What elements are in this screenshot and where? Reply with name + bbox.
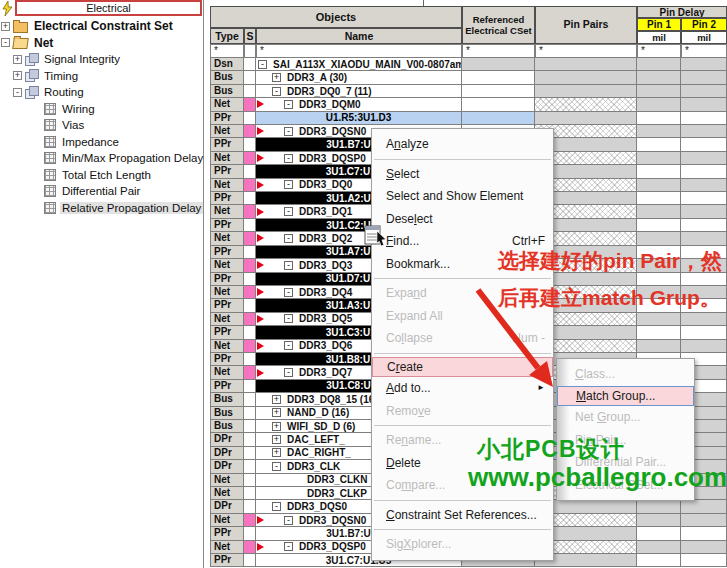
row-type-cell[interactable]: PPr [210,138,244,151]
row-referenced-cset-cell[interactable] [462,71,535,84]
row-select-flag-cell[interactable] [244,474,256,487]
row-pin-pairs-cell[interactable] [535,112,637,125]
row-select-flag-cell[interactable] [244,393,256,406]
row-select-flag-cell[interactable] [244,554,256,567]
row-pin2-cell[interactable] [681,71,727,84]
row-referenced-cset-cell[interactable] [462,85,535,98]
row-pin2-cell[interactable] [681,340,727,353]
row-pin1-cell[interactable] [637,527,681,540]
tree-expand-toggle[interactable]: - [1,38,10,47]
row-pin2-cell[interactable] [681,219,727,232]
filter-s-input[interactable] [244,44,256,58]
row-pin1-cell[interactable] [637,71,681,84]
row-type-cell[interactable]: PPr [210,219,244,232]
tree-item-relative-propagation-delay[interactable]: Relative Propagation Delay [0,200,203,217]
row-pin2-cell[interactable] [681,152,727,165]
row-pin1-cell[interactable] [637,58,681,71]
menu-item-analyze[interactable]: Analyze [372,133,553,156]
table-row[interactable]: Dsn - SAI_A113X_XIAODU_MAIN_V00-0807am [210,58,727,71]
filter-pin-pairs-input[interactable]: * [535,44,637,58]
row-select-flag-cell[interactable] [244,460,256,473]
row-select-flag-cell[interactable] [244,273,256,286]
row-type-cell[interactable]: DPr [210,433,244,446]
expand-toggle[interactable]: - [272,87,281,96]
expand-toggle[interactable]: - [284,516,293,525]
row-type-cell[interactable]: Net [210,98,244,111]
expand-toggle[interactable]: + [272,73,281,82]
tree-item-impedance[interactable]: Impedance [0,134,203,151]
row-pin1-cell[interactable] [637,179,681,192]
row-select-flag-cell[interactable] [244,380,256,393]
row-pin2-cell[interactable] [681,205,727,218]
row-pin1-cell[interactable] [637,541,681,554]
tree-item-routing[interactable]: - Routing [0,84,203,101]
row-pin-pairs-cell[interactable] [535,85,637,98]
row-type-cell[interactable]: DPr [210,500,244,513]
expand-toggle[interactable]: + [272,448,281,457]
tree-expand-toggle[interactable]: - [13,88,22,97]
row-pin2-cell[interactable] [681,112,727,125]
row-type-cell[interactable]: DPr [210,447,244,460]
filter-name-input[interactable]: * [256,44,462,58]
row-select-flag-cell[interactable] [244,112,256,125]
tree-item-net[interactable]: - Net [0,35,203,52]
row-pin1-cell[interactable] [637,500,681,513]
row-pin-pairs-cell[interactable] [535,58,637,71]
row-pin2-cell[interactable] [681,85,727,98]
row-type-cell[interactable]: Dsn [210,58,244,71]
row-name-cell[interactable]: - DDR3_DQ0_7 (11) [256,85,462,98]
table-row[interactable]: Bus - DDR3_DQ0_7 (11) [210,85,727,98]
row-type-cell[interactable]: Bus [210,71,244,84]
row-type-cell[interactable]: Net [210,286,244,299]
tree-item-vias[interactable]: Vias [0,117,203,134]
row-type-cell[interactable]: PPr [210,112,244,125]
row-pin2-cell[interactable] [681,554,727,567]
row-type-cell[interactable]: Net [210,125,244,138]
row-type-cell[interactable]: PPr [210,299,244,312]
row-pin2-cell[interactable] [681,514,727,527]
expand-toggle[interactable]: - [284,180,293,189]
row-type-cell[interactable]: Net [210,474,244,487]
row-pin2-cell[interactable] [681,313,727,326]
row-select-flag-cell[interactable] [244,85,256,98]
expand-toggle[interactable]: - [284,341,293,350]
row-select-flag-cell[interactable] [244,366,256,379]
row-pin1-cell[interactable] [637,313,681,326]
row-pin2-cell[interactable] [681,179,727,192]
row-pin1-cell[interactable] [637,98,681,111]
expand-toggle[interactable]: - [284,288,293,297]
row-select-flag-cell[interactable] [244,299,256,312]
row-type-cell[interactable]: PPr [210,326,244,339]
menu-item-add-to[interactable]: Add to... ► [372,377,553,400]
row-select-flag-cell[interactable] [244,192,256,205]
menu-item-constraint-set-references[interactable]: Constraint Set References... [372,504,553,527]
expand-toggle[interactable]: - [272,462,281,471]
row-pin2-cell[interactable] [681,192,727,205]
expand-toggle[interactable]: - [284,542,293,551]
row-select-flag-cell[interactable] [244,527,256,540]
row-pin2-cell[interactable] [681,165,727,178]
row-pin1-cell[interactable] [637,326,681,339]
row-type-cell[interactable]: Bus [210,420,244,433]
menu-item-create[interactable]: Create [372,357,553,378]
row-referenced-cset-cell[interactable] [462,98,535,111]
row-type-cell[interactable]: PPr [210,353,244,366]
expand-toggle[interactable]: + [272,395,281,404]
row-pin2-cell[interactable] [681,232,727,245]
row-type-cell[interactable]: PPr [210,527,244,540]
row-select-flag-cell[interactable] [244,165,256,178]
menu-item-match-group[interactable]: Match Group... [557,386,694,407]
row-select-flag-cell[interactable] [244,500,256,513]
expand-toggle[interactable]: - [284,234,293,243]
expand-toggle[interactable]: - [258,60,267,69]
row-type-cell[interactable]: PPr [210,273,244,286]
expand-toggle[interactable]: - [284,368,293,377]
expand-toggle[interactable]: + [272,422,281,431]
filter-pin1-input[interactable]: * [637,44,681,58]
row-select-flag-cell[interactable] [244,219,256,232]
row-select-flag-cell[interactable] [244,246,256,259]
row-select-flag-cell[interactable] [244,433,256,446]
row-type-cell[interactable]: Bus [210,393,244,406]
row-type-cell[interactable]: Bus [210,407,244,420]
row-type-cell[interactable]: Net [210,340,244,353]
